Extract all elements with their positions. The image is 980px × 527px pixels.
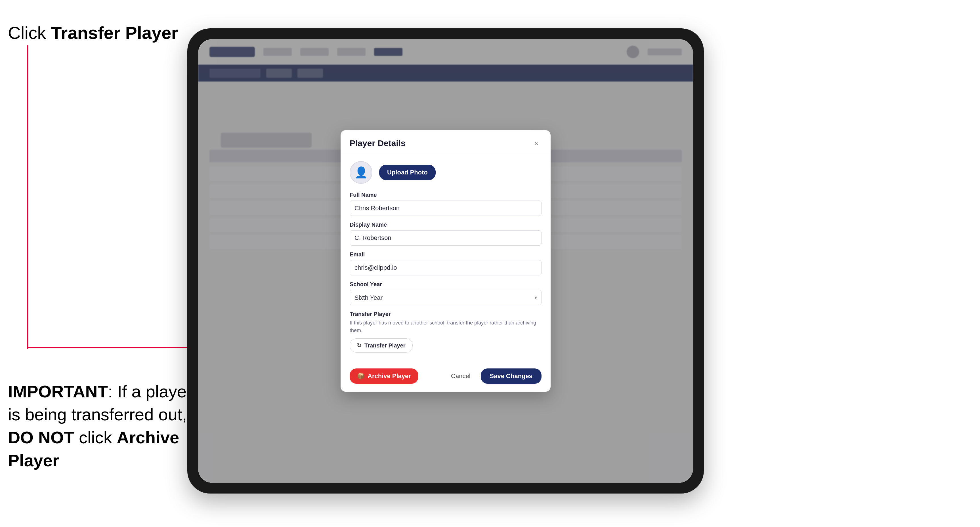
instruction-top: Click Transfer Player xyxy=(8,23,178,43)
email-label: Email xyxy=(350,251,541,258)
display-name-input[interactable] xyxy=(350,230,541,246)
transfer-icon: ↻ xyxy=(357,342,361,349)
tablet-device: Player Details × 👤 Upload Photo Full Nam… xyxy=(187,29,704,494)
archive-player-button[interactable]: 📦 Archive Player xyxy=(350,368,418,384)
modal-footer: 📦 Archive Player Cancel Save Changes xyxy=(340,368,550,392)
school-year-select-wrapper: Sixth Year ▾ xyxy=(350,290,541,305)
modal-body: 👤 Upload Photo Full Name Display Name Em… xyxy=(340,154,550,368)
player-details-modal: Player Details × 👤 Upload Photo Full Nam… xyxy=(340,130,550,392)
save-changes-button[interactable]: Save Changes xyxy=(481,368,541,384)
user-icon: 👤 xyxy=(355,166,368,179)
transfer-player-label: Transfer Player xyxy=(364,342,406,349)
upload-photo-button[interactable]: Upload Photo xyxy=(379,165,436,180)
display-name-field: Display Name xyxy=(350,222,541,246)
transfer-section-label: Transfer Player xyxy=(350,311,541,317)
archive-icon: 📦 xyxy=(357,372,365,380)
full-name-field: Full Name xyxy=(350,192,541,216)
transfer-player-section: Transfer Player If this player has moved… xyxy=(350,311,541,352)
full-name-input[interactable] xyxy=(350,200,541,216)
transfer-player-button[interactable]: ↻ Transfer Player xyxy=(350,338,413,352)
school-year-field: School Year Sixth Year ▾ xyxy=(350,281,541,305)
instruction-bottom: IMPORTANT: If a player is being transfer… xyxy=(8,380,207,472)
email-input[interactable] xyxy=(350,260,541,275)
archive-player-label: Archive Player xyxy=(368,372,411,380)
modal-header: Player Details × xyxy=(340,130,550,154)
email-field: Email xyxy=(350,251,541,275)
avatar: 👤 xyxy=(350,161,372,184)
modal-close-button[interactable]: × xyxy=(531,138,541,148)
full-name-label: Full Name xyxy=(350,192,541,198)
annotation-line-vertical xyxy=(27,45,29,349)
cancel-button[interactable]: Cancel xyxy=(445,368,476,384)
display-name-label: Display Name xyxy=(350,222,541,228)
tablet-screen: Player Details × 👤 Upload Photo Full Nam… xyxy=(198,39,693,483)
transfer-section-description: If this player has moved to another scho… xyxy=(350,319,541,334)
photo-section: 👤 Upload Photo xyxy=(350,161,541,184)
modal-title: Player Details xyxy=(350,138,406,148)
school-year-select[interactable]: Sixth Year xyxy=(350,290,541,305)
school-year-label: School Year xyxy=(350,281,541,287)
